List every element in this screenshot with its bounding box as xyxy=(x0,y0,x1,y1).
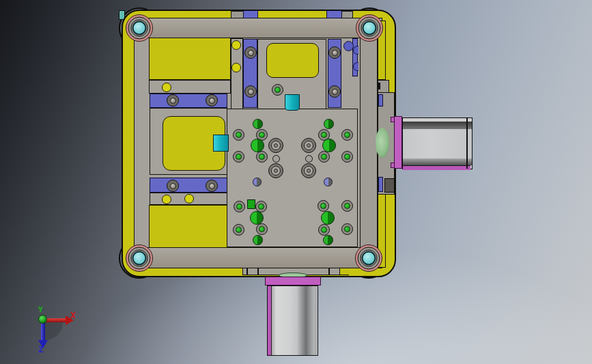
triad-y-label: Y xyxy=(38,305,43,314)
orientation-triad: Y X Z xyxy=(0,0,592,364)
x-axis-arrow xyxy=(46,318,66,322)
triad-origin-sphere xyxy=(38,315,47,324)
triad-x-label: X xyxy=(70,310,76,320)
cad-viewport[interactable]: Y X Z xyxy=(0,0,592,364)
triad-z-label: Z xyxy=(38,344,44,354)
triad-shadow xyxy=(45,322,63,340)
z-axis-arrow xyxy=(41,322,45,341)
